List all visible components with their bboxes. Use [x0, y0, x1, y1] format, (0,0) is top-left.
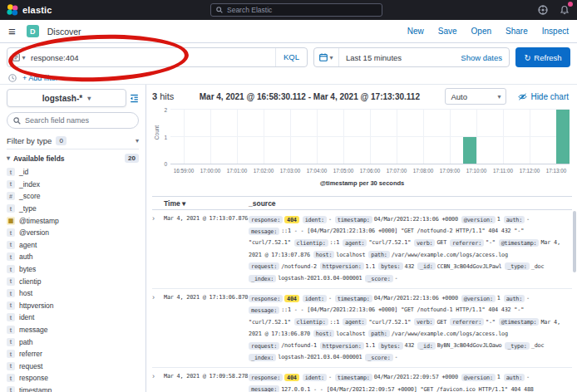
field-item-response[interactable]: tresponse [7, 372, 139, 385]
discover-app-icon: D [27, 25, 39, 37]
query-input[interactable]: ▾ response:404 KQL [7, 47, 308, 67]
filter-history-icon[interactable] [8, 74, 17, 82]
fields-list: t_idt_index#_scoret_type▦@timestampt@ver… [7, 166, 139, 392]
logo-text: elastic [22, 5, 52, 15]
interval-value: Auto [451, 92, 467, 101]
appbar-action-save[interactable]: Save [438, 27, 457, 36]
table-body: ›Mar 4, 2021 @ 17:13:07.876response:404 … [152, 210, 572, 392]
field-badge: message: [249, 228, 279, 235]
field-badge: ident: [303, 216, 327, 223]
hits-count: 3 hits [152, 91, 174, 101]
string-field-icon: t [7, 386, 15, 392]
field-item-type[interactable]: t_type [7, 203, 139, 215]
expand-row-icon[interactable]: › [152, 371, 164, 392]
menu-icon[interactable]: ≡ [8, 25, 16, 37]
elastic-logo-icon [7, 4, 18, 16]
filter-by-type[interactable]: Filter by type 0 ▾ [7, 133, 139, 149]
saved-query-icon[interactable]: ▾ [7, 53, 31, 61]
field-item-agent[interactable]: tagent [7, 239, 139, 252]
histogram-chart[interactable]: Count 012 16:59:0017:00:0017:01:0017:02:… [152, 108, 572, 193]
string-field-icon: t [7, 301, 15, 310]
breadcrumb[interactable]: Discover [47, 27, 81, 37]
field-item-host[interactable]: thost [7, 287, 139, 300]
refresh-icon: ↻ [524, 53, 530, 62]
field-item-referrer[interactable]: treferrer [7, 348, 139, 360]
field-badge: clientip: [294, 318, 328, 326]
field-badge: agent: [343, 239, 367, 247]
field-item-request[interactable]: trequest [7, 360, 139, 373]
elastic-logo[interactable]: elastic [7, 4, 52, 16]
field-search-input[interactable]: Search field names [7, 112, 139, 129]
expand-row-icon[interactable]: › [152, 292, 164, 363]
help-icon[interactable] [537, 4, 549, 16]
x-tick-label: 17:01:00 [227, 168, 248, 174]
add-filter-button[interactable]: + Add filter [22, 74, 58, 82]
field-name: clientip [19, 277, 41, 286]
string-field-icon: t [7, 289, 15, 297]
refresh-button[interactable]: ↻ Refresh [515, 47, 570, 67]
field-name: ident [19, 313, 34, 321]
chevron-down-icon: ▾ [497, 93, 501, 100]
field-name: bytes [19, 265, 36, 273]
filter-by-type-label: Filter by type [7, 136, 52, 145]
appbar-action-open[interactable]: Open [471, 27, 491, 36]
field-name: path [19, 338, 33, 346]
field-item-clientip[interactable]: tclientip [7, 275, 139, 287]
chevron-down-icon: ▾ [22, 54, 25, 61]
global-search-input[interactable]: Search Elastic [210, 3, 382, 17]
field-item-message[interactable]: tmessage [7, 324, 139, 336]
query-text[interactable]: response:404 [31, 53, 275, 62]
field-badge: _index: [249, 275, 276, 282]
highlighted-value: 404 [284, 216, 299, 223]
calendar-icon[interactable]: ▾ [314, 48, 339, 66]
field-item-score[interactable]: #_score [7, 190, 139, 203]
search-icon [13, 117, 21, 125]
index-pattern-select[interactable]: logstash-* ▾ [7, 89, 126, 107]
field-item-bytes[interactable]: tbytes [7, 263, 139, 276]
field-name: @version [19, 228, 49, 237]
scrollbar-thumb[interactable] [573, 211, 576, 272]
field-item-index[interactable]: t_index [7, 179, 139, 191]
chart-x-axis-label: @timestamp per 30 seconds [152, 179, 572, 187]
available-fields-header[interactable]: ▾ Available fields 20 [7, 154, 139, 163]
histogram-bar-17:09:30[interactable] [463, 137, 476, 164]
appbar-action-new[interactable]: New [407, 27, 424, 36]
field-badge: response: [249, 216, 283, 223]
gridline [290, 110, 291, 164]
x-tick-label: 17:12:00 [520, 168, 540, 174]
time-column-header[interactable]: Time ▾ [164, 199, 249, 208]
field-badge: _id: [417, 342, 436, 350]
appbar-action-share[interactable]: Share [505, 27, 528, 36]
gridline [184, 110, 185, 164]
highlighted-value: 404 [284, 374, 299, 381]
field-item-id[interactable]: t_id [7, 166, 139, 179]
field-badge: request: [249, 262, 279, 270]
field-item-httpversion[interactable]: thttpversion [7, 300, 139, 312]
chart-x-ticks: 16:59:0017:00:0017:01:0017:02:0017:03:00… [170, 168, 570, 176]
field-badge: clientip: [294, 239, 328, 247]
field-item-version[interactable]: t@version [7, 227, 139, 239]
appbar-action-inspect[interactable]: Inspect [542, 27, 569, 36]
time-range-value[interactable]: Last 15 minutes [339, 53, 461, 62]
hide-chart-button[interactable]: Hide chart [518, 92, 569, 101]
collapse-sidebar-icon[interactable] [130, 94, 139, 103]
x-tick-label: 17:04:00 [307, 168, 328, 174]
field-item-ident[interactable]: tident [7, 311, 139, 324]
notifications-icon[interactable] [559, 4, 570, 16]
field-item-timestamp[interactable]: ▦@timestamp [7, 214, 139, 227]
field-badge: auth: [504, 295, 525, 302]
field-item-auth[interactable]: tauth [7, 251, 139, 263]
string-field-icon: t [7, 241, 15, 249]
field-badge: bytes: [378, 262, 402, 270]
histogram-bar-17:13:00[interactable] [556, 110, 570, 164]
interval-select[interactable]: Auto ▾ [445, 88, 506, 105]
query-language-button[interactable]: KQL [275, 48, 307, 66]
x-tick-label: 17:11:00 [493, 168, 513, 174]
chevron-down-icon: ▾ [329, 54, 333, 61]
field-item-timestamp[interactable]: ttimestamp [7, 385, 139, 392]
field-badge: verb: [414, 239, 435, 247]
string-field-icon: t [7, 374, 15, 382]
show-dates-button[interactable]: Show dates [461, 53, 509, 62]
field-item-path[interactable]: tpath [7, 336, 139, 348]
expand-row-icon[interactable]: › [152, 213, 164, 284]
